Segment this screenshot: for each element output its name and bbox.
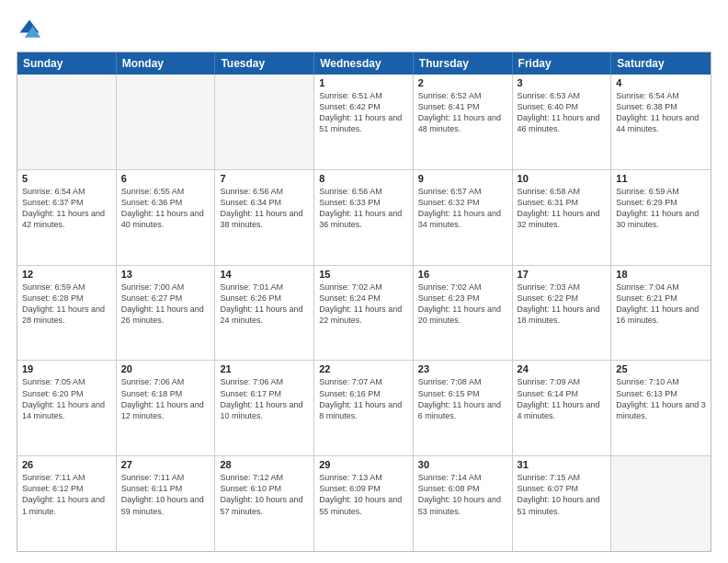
cell-info: Sunrise: 7:04 AM Sunset: 6:21 PM Dayligh…	[616, 282, 706, 327]
logo	[17, 17, 46, 42]
calendar-row-2: 5Sunrise: 6:54 AM Sunset: 6:37 PM Daylig…	[17, 169, 711, 265]
day-header-tuesday: Tuesday	[215, 52, 314, 75]
cell-info: Sunrise: 6:53 AM Sunset: 6:40 PM Dayligh…	[518, 90, 607, 135]
cell-date: 9	[418, 173, 507, 184]
calendar-cell: 20Sunrise: 7:06 AM Sunset: 6:18 PM Dayli…	[117, 361, 216, 455]
cell-date: 27	[121, 459, 210, 470]
calendar-cell: 26Sunrise: 7:11 AM Sunset: 6:12 PM Dayli…	[17, 456, 117, 551]
cell-date: 6	[121, 173, 210, 184]
cell-info: Sunrise: 6:55 AM Sunset: 6:36 PM Dayligh…	[121, 186, 210, 231]
calendar-cell: 13Sunrise: 7:00 AM Sunset: 6:27 PM Dayli…	[117, 266, 216, 361]
cell-info: Sunrise: 6:59 AM Sunset: 6:28 PM Dayligh…	[22, 282, 111, 327]
calendar-cell: 27Sunrise: 7:11 AM Sunset: 6:11 PM Dayli…	[117, 456, 216, 551]
cell-date: 16	[418, 269, 507, 280]
calendar-row-4: 19Sunrise: 7:05 AM Sunset: 6:20 PM Dayli…	[17, 360, 711, 455]
calendar-cell: 23Sunrise: 7:08 AM Sunset: 6:15 PM Dayli…	[414, 361, 513, 455]
cell-info: Sunrise: 6:52 AM Sunset: 6:41 PM Dayligh…	[418, 90, 507, 135]
cell-date: 21	[220, 363, 309, 374]
calendar-cell: 31Sunrise: 7:15 AM Sunset: 6:07 PM Dayli…	[513, 456, 612, 551]
calendar-cell: 11Sunrise: 6:59 AM Sunset: 6:29 PM Dayli…	[611, 170, 711, 265]
calendar-cell: 7Sunrise: 6:56 AM Sunset: 6:34 PM Daylig…	[215, 170, 314, 265]
calendar-cell: 18Sunrise: 7:04 AM Sunset: 6:21 PM Dayli…	[611, 266, 711, 361]
cell-date: 20	[121, 363, 210, 374]
calendar-cell: 6Sunrise: 6:55 AM Sunset: 6:36 PM Daylig…	[117, 170, 216, 265]
cell-info: Sunrise: 7:06 AM Sunset: 6:17 PM Dayligh…	[220, 376, 309, 421]
calendar-cell: 10Sunrise: 6:58 AM Sunset: 6:31 PM Dayli…	[513, 170, 612, 265]
day-header-sunday: Sunday	[17, 52, 117, 75]
cell-info: Sunrise: 6:54 AM Sunset: 6:38 PM Dayligh…	[616, 90, 706, 135]
day-header-monday: Monday	[117, 52, 216, 75]
cell-date: 30	[418, 459, 507, 470]
calendar-cell	[117, 75, 216, 169]
cell-info: Sunrise: 6:57 AM Sunset: 6:32 PM Dayligh…	[418, 186, 507, 231]
cell-info: Sunrise: 7:01 AM Sunset: 6:26 PM Dayligh…	[220, 282, 309, 327]
calendar-cell: 30Sunrise: 7:14 AM Sunset: 6:08 PM Dayli…	[414, 456, 513, 551]
cell-date: 19	[22, 363, 111, 374]
cell-info: Sunrise: 7:11 AM Sunset: 6:12 PM Dayligh…	[22, 472, 111, 517]
calendar-cell: 17Sunrise: 7:03 AM Sunset: 6:22 PM Dayli…	[513, 266, 612, 361]
calendar-cell: 4Sunrise: 6:54 AM Sunset: 6:38 PM Daylig…	[611, 75, 711, 169]
cell-info: Sunrise: 7:02 AM Sunset: 6:23 PM Dayligh…	[418, 282, 507, 327]
cell-date: 25	[616, 363, 706, 374]
cell-date: 12	[22, 269, 111, 280]
calendar-cell: 5Sunrise: 6:54 AM Sunset: 6:37 PM Daylig…	[17, 170, 117, 265]
cell-info: Sunrise: 7:02 AM Sunset: 6:24 PM Dayligh…	[319, 282, 408, 327]
cell-info: Sunrise: 7:09 AM Sunset: 6:14 PM Dayligh…	[518, 376, 607, 421]
calendar-cell: 21Sunrise: 7:06 AM Sunset: 6:17 PM Dayli…	[215, 361, 314, 455]
cell-date: 24	[518, 363, 607, 374]
cell-info: Sunrise: 6:56 AM Sunset: 6:34 PM Dayligh…	[220, 186, 309, 231]
cell-date: 29	[319, 459, 408, 470]
header	[17, 17, 711, 42]
day-header-thursday: Thursday	[414, 52, 513, 75]
calendar-body: 1Sunrise: 6:51 AM Sunset: 6:42 PM Daylig…	[17, 75, 711, 551]
cell-info: Sunrise: 7:12 AM Sunset: 6:10 PM Dayligh…	[220, 472, 309, 517]
cell-date: 31	[518, 459, 607, 470]
cell-info: Sunrise: 6:54 AM Sunset: 6:37 PM Dayligh…	[22, 186, 111, 231]
cell-info: Sunrise: 7:03 AM Sunset: 6:22 PM Dayligh…	[518, 282, 607, 327]
day-header-friday: Friday	[513, 52, 612, 75]
cell-date: 4	[616, 77, 706, 88]
cell-info: Sunrise: 7:00 AM Sunset: 6:27 PM Dayligh…	[121, 282, 210, 327]
cell-info: Sunrise: 6:58 AM Sunset: 6:31 PM Dayligh…	[518, 186, 607, 231]
cell-date: 14	[220, 269, 309, 280]
calendar-cell: 16Sunrise: 7:02 AM Sunset: 6:23 PM Dayli…	[414, 266, 513, 361]
cell-date: 17	[518, 269, 607, 280]
day-header-saturday: Saturday	[611, 52, 711, 75]
cell-date: 18	[616, 269, 706, 280]
calendar-row-5: 26Sunrise: 7:11 AM Sunset: 6:12 PM Dayli…	[17, 455, 711, 551]
calendar: SundayMondayTuesdayWednesdayThursdayFrid…	[17, 52, 711, 552]
cell-info: Sunrise: 7:10 AM Sunset: 6:13 PM Dayligh…	[616, 376, 706, 421]
calendar-cell: 1Sunrise: 6:51 AM Sunset: 6:42 PM Daylig…	[314, 75, 414, 169]
calendar-cell: 29Sunrise: 7:13 AM Sunset: 6:09 PM Dayli…	[314, 456, 414, 551]
calendar-cell: 19Sunrise: 7:05 AM Sunset: 6:20 PM Dayli…	[17, 361, 117, 455]
cell-date: 10	[518, 173, 607, 184]
cell-info: Sunrise: 7:06 AM Sunset: 6:18 PM Dayligh…	[121, 376, 210, 421]
day-header-wednesday: Wednesday	[314, 52, 414, 75]
cell-info: Sunrise: 6:59 AM Sunset: 6:29 PM Dayligh…	[616, 186, 706, 231]
calendar-cell	[215, 75, 314, 169]
calendar-cell: 28Sunrise: 7:12 AM Sunset: 6:10 PM Dayli…	[215, 456, 314, 551]
cell-date: 15	[319, 269, 408, 280]
calendar-row-1: 1Sunrise: 6:51 AM Sunset: 6:42 PM Daylig…	[17, 75, 711, 169]
cell-info: Sunrise: 7:13 AM Sunset: 6:09 PM Dayligh…	[319, 472, 408, 517]
calendar-cell: 2Sunrise: 6:52 AM Sunset: 6:41 PM Daylig…	[414, 75, 513, 169]
calendar-cell: 15Sunrise: 7:02 AM Sunset: 6:24 PM Dayli…	[314, 266, 414, 361]
day-headers: SundayMondayTuesdayWednesdayThursdayFrid…	[17, 52, 711, 75]
cell-date: 13	[121, 269, 210, 280]
calendar-row-3: 12Sunrise: 6:59 AM Sunset: 6:28 PM Dayli…	[17, 265, 711, 361]
calendar-cell: 9Sunrise: 6:57 AM Sunset: 6:32 PM Daylig…	[414, 170, 513, 265]
cell-date: 28	[220, 459, 309, 470]
cell-date: 1	[319, 77, 408, 88]
calendar-cell: 3Sunrise: 6:53 AM Sunset: 6:40 PM Daylig…	[513, 75, 612, 169]
cell-info: Sunrise: 6:56 AM Sunset: 6:33 PM Dayligh…	[319, 186, 408, 231]
logo-icon	[17, 17, 42, 42]
cell-info: Sunrise: 7:08 AM Sunset: 6:15 PM Dayligh…	[418, 376, 507, 421]
cell-info: Sunrise: 7:14 AM Sunset: 6:08 PM Dayligh…	[418, 472, 507, 517]
cell-date: 11	[616, 173, 706, 184]
cell-info: Sunrise: 7:15 AM Sunset: 6:07 PM Dayligh…	[518, 472, 607, 517]
cell-info: Sunrise: 7:11 AM Sunset: 6:11 PM Dayligh…	[121, 472, 210, 517]
cell-date: 7	[220, 173, 309, 184]
cell-date: 22	[319, 363, 408, 374]
calendar-cell: 12Sunrise: 6:59 AM Sunset: 6:28 PM Dayli…	[17, 266, 117, 361]
cell-info: Sunrise: 7:05 AM Sunset: 6:20 PM Dayligh…	[22, 376, 111, 421]
